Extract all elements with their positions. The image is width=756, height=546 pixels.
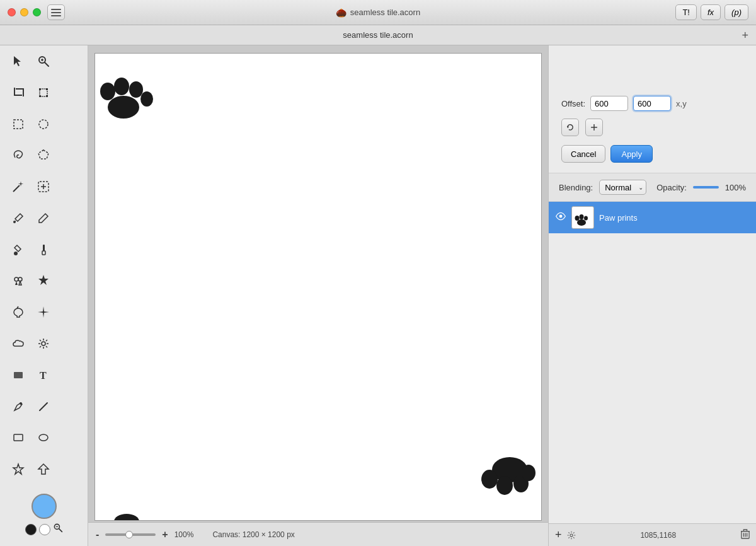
offset-y-input[interactable] <box>633 96 671 111</box>
window-title: seamless tile.acorn <box>350 8 420 17</box>
close-button[interactable] <box>8 8 16 16</box>
reset-icon-button[interactable] <box>561 119 579 136</box>
p-button[interactable]: (p) <box>724 4 748 20</box>
svg-point-69 <box>570 533 572 536</box>
svg-rect-10 <box>39 95 41 97</box>
sun-tool[interactable] <box>33 333 54 354</box>
line-tool[interactable] <box>33 396 54 417</box>
svg-line-48 <box>59 529 62 532</box>
svg-point-57 <box>496 476 513 495</box>
add-tab-button[interactable]: + <box>742 30 748 41</box>
svg-rect-11 <box>46 95 48 97</box>
svg-rect-9 <box>46 88 48 90</box>
toolbar-bottom <box>0 489 88 541</box>
svg-point-64 <box>559 215 563 218</box>
svg-point-65 <box>577 219 586 226</box>
svg-rect-43 <box>14 434 23 441</box>
layer-settings-icon[interactable] <box>567 531 576 540</box>
layer-visibility-toggle[interactable] <box>555 212 566 223</box>
svg-point-59 <box>522 465 536 481</box>
svg-line-36 <box>46 346 47 347</box>
add-icon-button[interactable] <box>585 119 603 136</box>
brush-tool[interactable] <box>33 239 54 260</box>
cloud-tool[interactable] <box>8 333 29 354</box>
vector-ellipse-tool[interactable] <box>33 427 54 448</box>
right-panel: Offset: x,y Cancel Apply Blending: <box>548 45 756 546</box>
traffic-lights <box>8 8 41 16</box>
svg-point-53 <box>129 81 143 98</box>
vector-rect-tool[interactable] <box>8 427 29 448</box>
layer-thumbnail <box>571 206 594 229</box>
svg-point-60 <box>114 514 139 521</box>
filter-buttons: Cancel Apply <box>561 145 743 163</box>
magic-select-tool[interactable] <box>33 176 54 197</box>
foreground-color[interactable] <box>32 494 57 519</box>
tab-title[interactable]: seamless tile.acorn <box>343 30 413 40</box>
add-layer-button[interactable]: + <box>555 528 562 542</box>
font-tool-button[interactable]: T! <box>675 4 697 20</box>
maximize-button[interactable] <box>33 8 41 16</box>
svg-marker-46 <box>38 464 49 474</box>
layer-item[interactable]: Paw prints <box>549 202 756 233</box>
text-tool[interactable]: T <box>33 364 54 386</box>
svg-point-50 <box>108 96 139 119</box>
rect-select-tool[interactable] <box>8 113 29 135</box>
blending-row: Blending: Normal Multiply Screen Overlay… <box>549 173 756 202</box>
offset-label: Offset: <box>561 99 585 108</box>
paint-bucket-tool[interactable] <box>8 239 29 260</box>
offset-xy-label: x,y <box>676 99 687 108</box>
canvas-bottom-bar: - + 100% Canvas: 1200 × 1200 px <box>88 522 548 546</box>
apply-button[interactable]: Apply <box>610 145 653 163</box>
polygon-lasso-tool[interactable] <box>33 144 54 166</box>
sparkle-tool[interactable] <box>33 301 54 323</box>
transform-tool[interactable] <box>33 82 54 103</box>
canvas[interactable] <box>94 53 542 521</box>
blending-select-wrapper[interactable]: Normal Multiply Screen Overlay <box>599 180 646 195</box>
layer-coordinates: 1085,1168 <box>640 531 676 540</box>
svg-line-35 <box>40 340 41 341</box>
rect-shape-tool[interactable] <box>8 364 29 386</box>
delete-layer-button[interactable] <box>741 529 750 542</box>
pen-tool[interactable] <box>8 396 29 417</box>
svg-point-68 <box>584 216 588 221</box>
sidebar-toggle-button[interactable] <box>47 4 65 20</box>
ellipse-select-tool[interactable] <box>33 113 54 135</box>
svg-point-30 <box>42 342 45 346</box>
white-swatch[interactable] <box>39 524 50 535</box>
svg-text:T: T <box>40 370 47 381</box>
smudge-tool[interactable] <box>8 301 29 323</box>
zoom-tool[interactable] <box>33 50 54 72</box>
eyedropper-tool[interactable] <box>8 207 29 229</box>
toolbar-zoom-icon[interactable] <box>53 523 63 536</box>
svg-point-67 <box>580 214 584 219</box>
layers-panel: Paw prints <box>549 202 756 523</box>
black-swatch[interactable] <box>25 524 37 535</box>
pencil-tool[interactable] <box>33 207 54 229</box>
svg-rect-1 <box>51 12 61 13</box>
minimize-button[interactable] <box>20 8 28 16</box>
arrow-tool[interactable] <box>8 50 29 72</box>
zoom-plus-button[interactable]: + <box>162 529 168 540</box>
star-tool[interactable] <box>8 458 29 480</box>
arrow-shape-tool[interactable] <box>33 458 54 480</box>
svg-marker-14 <box>38 150 49 159</box>
lasso-tool[interactable] <box>8 144 29 166</box>
blending-select[interactable]: Normal Multiply Screen Overlay <box>599 180 646 195</box>
zoom-minus-button[interactable]: - <box>96 529 99 540</box>
svg-point-51 <box>100 83 115 100</box>
cancel-button[interactable]: Cancel <box>561 145 605 163</box>
svg-marker-29 <box>38 306 49 318</box>
magic-wand-tool[interactable] <box>8 176 29 197</box>
fx-button[interactable]: fx <box>701 4 721 20</box>
clone-tool[interactable] <box>8 270 29 291</box>
crop-tool[interactable] <box>8 82 29 103</box>
stamp-tool[interactable] <box>33 270 54 291</box>
opacity-slider[interactable] <box>693 186 719 189</box>
svg-rect-12 <box>14 120 23 129</box>
zoom-slider[interactable] <box>105 533 156 536</box>
svg-line-37 <box>40 346 41 347</box>
offset-x-input[interactable] <box>590 96 628 111</box>
svg-rect-24 <box>42 251 45 255</box>
opacity-label: Opacity: <box>656 183 687 192</box>
tab-bar: seamless tile.acorn + <box>0 25 756 45</box>
